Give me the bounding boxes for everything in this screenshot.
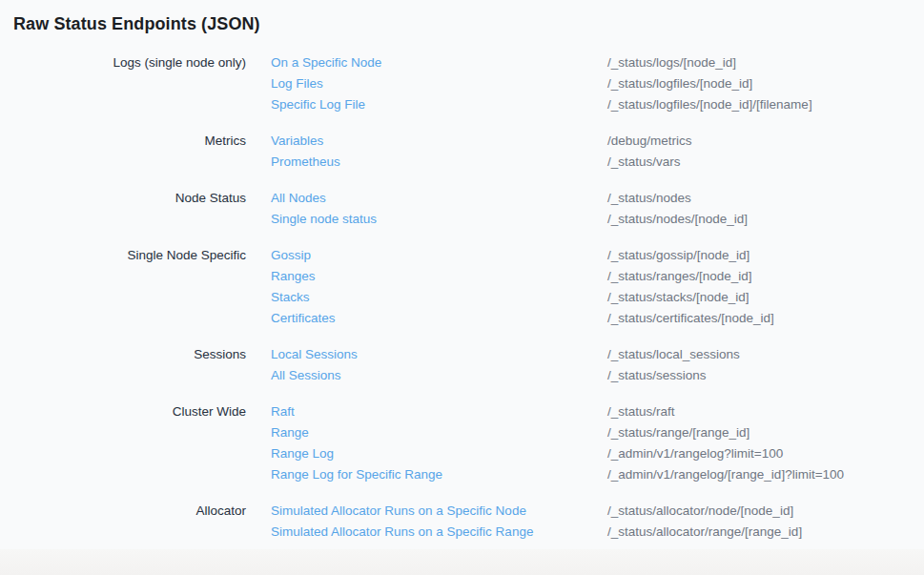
section-label: Allocator <box>0 501 246 543</box>
section-node-status: Node Status All Nodes Single node status… <box>0 188 924 230</box>
endpoint-link[interactable]: Ranges <box>271 266 316 287</box>
section-label: Sessions <box>0 344 246 386</box>
page-title: Raw Status Endpoints (JSON) <box>13 11 924 36</box>
endpoint-link[interactable]: All Sessions <box>271 365 341 386</box>
section-paths: /_status/logs/[node_id] /_status/logfile… <box>607 52 924 115</box>
endpoint-link[interactable]: Gossip <box>271 245 311 266</box>
endpoint-path: /_status/ranges/[node_id] <box>607 266 924 287</box>
endpoint-path: /_status/logs/[node_id] <box>607 52 924 73</box>
section-allocator: Allocator Simulated Allocator Runs on a … <box>0 501 924 543</box>
section-paths: /_status/gossip/[node_id] /_status/range… <box>607 245 924 329</box>
section-sessions: Sessions Local Sessions All Sessions /_s… <box>0 344 924 386</box>
section-links: All Nodes Single node status <box>271 188 583 230</box>
endpoint-link[interactable]: Range Log for Specific Range <box>271 464 442 485</box>
section-label: Cluster Wide <box>0 401 246 485</box>
endpoint-link[interactable]: Range <box>271 422 309 443</box>
endpoint-path: /_status/stacks/[node_id] <box>607 287 924 308</box>
section-label: Node Status <box>0 188 246 230</box>
endpoint-link[interactable]: Stacks <box>271 287 310 308</box>
endpoint-link[interactable]: Simulated Allocator Runs on a Specific N… <box>271 501 526 522</box>
section-paths: /_status/allocator/node/[node_id] /_stat… <box>607 501 924 543</box>
section-paths: /_status/raft /_status/range/[range_id] … <box>607 401 924 485</box>
endpoint-link[interactable]: All Nodes <box>271 188 326 209</box>
section-label: Single Node Specific <box>0 245 246 329</box>
endpoint-path: /_status/gossip/[node_id] <box>607 245 924 266</box>
page-bottom-strip <box>0 549 924 575</box>
endpoint-link[interactable]: Log Files <box>271 73 323 94</box>
endpoint-link[interactable]: Variables <box>271 131 323 152</box>
section-paths: /_status/local_sessions /_status/session… <box>607 344 924 386</box>
endpoint-path: /_status/nodes <box>607 188 924 209</box>
section-links: Raft Range Range Log Range Log for Speci… <box>271 401 583 485</box>
endpoint-link[interactable]: Prometheus <box>271 152 340 173</box>
section-logs: Logs (single node only) On a Specific No… <box>0 52 924 115</box>
endpoint-link[interactable]: On a Specific Node <box>271 52 381 73</box>
section-label: Metrics <box>0 131 246 173</box>
section-links: On a Specific Node Log Files Specific Lo… <box>271 52 583 115</box>
section-metrics: Metrics Variables Prometheus /debug/metr… <box>0 131 924 173</box>
endpoint-link[interactable]: Range Log <box>271 443 334 464</box>
endpoint-link[interactable]: Single node status <box>271 209 377 230</box>
endpoint-link[interactable]: Local Sessions <box>271 344 358 365</box>
section-single-node-specific: Single Node Specific Gossip Ranges Stack… <box>0 245 924 329</box>
endpoint-path: /_status/certificates/[node_id] <box>607 308 924 329</box>
endpoint-link[interactable]: Simulated Allocator Runs on a Specific R… <box>271 522 533 543</box>
endpoint-path: /_status/sessions <box>607 365 924 386</box>
endpoint-path: /_admin/v1/rangelog/[range_id]?limit=100 <box>607 464 924 485</box>
endpoint-link[interactable]: Raft <box>271 401 295 422</box>
endpoint-sections: Logs (single node only) On a Specific No… <box>0 52 924 543</box>
section-links: Simulated Allocator Runs on a Specific N… <box>271 501 583 543</box>
section-label: Logs (single node only) <box>0 52 246 115</box>
section-paths: /_status/nodes /_status/nodes/[node_id] <box>607 188 924 230</box>
endpoint-link[interactable]: Specific Log File <box>271 94 365 115</box>
raw-status-endpoints-panel: Raw Status Endpoints (JSON) Logs (single… <box>0 0 924 549</box>
section-links: Local Sessions All Sessions <box>271 344 583 386</box>
section-links: Gossip Ranges Stacks Certificates <box>271 245 583 329</box>
endpoint-path: /_admin/v1/rangelog?limit=100 <box>607 443 924 464</box>
endpoint-path: /_status/logfiles/[node_id]/[filename] <box>607 94 924 115</box>
endpoint-path: /_status/raft <box>607 401 924 422</box>
endpoint-path: /debug/metrics <box>607 131 924 152</box>
endpoint-path: /_status/logfiles/[node_id] <box>607 73 924 94</box>
endpoint-path: /_status/local_sessions <box>607 344 924 365</box>
endpoint-link[interactable]: Certificates <box>271 308 336 329</box>
endpoint-path: /_status/range/[range_id] <box>607 422 924 443</box>
section-paths: /debug/metrics /_status/vars <box>607 131 924 173</box>
endpoint-path: /_status/nodes/[node_id] <box>607 209 924 230</box>
endpoint-path: /_status/allocator/range/[range_id] <box>607 522 924 543</box>
section-links: Variables Prometheus <box>271 131 583 173</box>
endpoint-path: /_status/vars <box>607 152 924 173</box>
endpoint-path: /_status/allocator/node/[node_id] <box>607 501 924 522</box>
section-cluster-wide: Cluster Wide Raft Range Range Log Range … <box>0 401 924 485</box>
